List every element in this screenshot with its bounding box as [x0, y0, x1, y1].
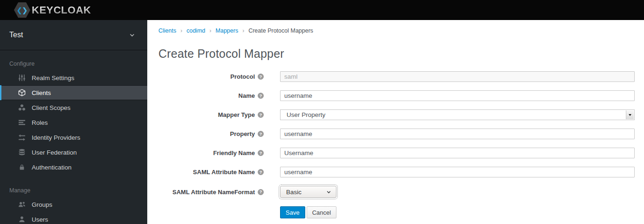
chevron-down-icon — [129, 32, 135, 38]
sliders-icon — [18, 74, 26, 81]
lock-icon — [18, 163, 26, 171]
help-icon[interactable]: ? — [258, 189, 264, 195]
sidebar-nav: ConfigureRealm SettingsClientsClient Sco… — [0, 60, 147, 224]
sidebar-item-label: Realm Settings — [32, 75, 75, 81]
mapper-type-label-text: Mapper Type — [218, 111, 255, 118]
field-row-mapper-type: Mapper Type?User Property — [158, 109, 635, 120]
saml-attribute-name-label: SAML Attribute Name? — [158, 169, 264, 176]
sidebar-item-label: User Federation — [32, 149, 77, 156]
protocol-label-text: Protocol — [230, 73, 255, 80]
sidebar-item-users[interactable]: Users — [0, 212, 147, 224]
help-icon[interactable]: ? — [258, 169, 264, 175]
user-icon — [18, 216, 26, 223]
breadcrumb-separator-icon: › — [180, 27, 182, 34]
realm-name: Test — [9, 31, 23, 39]
database-icon — [18, 149, 26, 156]
cube-icon — [18, 89, 26, 96]
protocol-label: Protocol? — [158, 73, 264, 80]
realm-selector[interactable]: Test — [0, 20, 147, 50]
app-window: ❮ ❯ KEYCLOAK Test ConfigureRealm Setting… — [0, 0, 644, 224]
help-icon[interactable]: ? — [258, 112, 264, 118]
chevron-down-icon — [326, 190, 331, 195]
sidebar-item-label: Users — [32, 216, 48, 223]
saml-attribute-nameformat-control: Basic — [280, 186, 635, 198]
field-row-name: Name? — [158, 90, 635, 101]
list-icon — [18, 119, 26, 126]
sidebar-item-groups[interactable]: Groups — [0, 197, 147, 212]
property-label: Property? — [158, 130, 264, 137]
sidebar-item-label: Groups — [32, 201, 52, 208]
cubes-icon — [18, 104, 26, 111]
friendly-name-control — [280, 148, 635, 158]
exchange-icon — [18, 134, 26, 141]
create-protocol-mapper-form: Protocol?Name?Mapper Type?User PropertyP… — [158, 71, 635, 198]
name-label-text: Name — [239, 92, 255, 99]
form-actions: Save Cancel — [280, 206, 635, 218]
friendly-name-input[interactable] — [280, 148, 635, 158]
name-input[interactable] — [280, 90, 635, 101]
help-icon[interactable]: ? — [258, 74, 264, 80]
mapper-type-selected-value: User Property — [287, 111, 325, 118]
help-icon[interactable]: ? — [258, 93, 264, 99]
sidebar: Test ConfigureRealm SettingsClientsClien… — [0, 20, 147, 224]
breadcrumb: Clients›codimd›Mappers›Create Protocol M… — [158, 27, 635, 34]
nav-section-label-configure: Configure — [0, 60, 147, 68]
breadcrumb-current-create-protocol-mappers: Create Protocol Mappers — [248, 27, 313, 34]
field-row-protocol: Protocol? — [158, 71, 635, 82]
protocol-input — [280, 71, 635, 82]
friendly-name-label: Friendly Name? — [158, 149, 264, 156]
breadcrumb-link-clients[interactable]: Clients — [158, 27, 176, 34]
help-icon[interactable]: ? — [258, 150, 264, 156]
mapper-type-control: User Property — [280, 109, 635, 120]
field-row-saml-attribute-nameformat: SAML Attribute NameFormat?Basic — [158, 186, 635, 198]
field-row-friendly-name: Friendly Name? — [158, 148, 635, 158]
friendly-name-label-text: Friendly Name — [213, 149, 255, 156]
sidebar-item-authentication[interactable]: Authentication — [0, 160, 147, 175]
page-title: Create Protocol Mapper — [158, 47, 635, 61]
field-row-property: Property? — [158, 129, 635, 139]
saml-attribute-nameformat-label-text: SAML Attribute NameFormat — [172, 189, 255, 196]
name-control — [280, 90, 635, 101]
property-control — [280, 129, 635, 139]
help-icon[interactable]: ? — [258, 131, 264, 137]
saml-attribute-nameformat-label: SAML Attribute NameFormat? — [158, 189, 264, 196]
saml-attribute-name-input[interactable] — [280, 167, 635, 177]
property-input[interactable] — [280, 129, 635, 139]
protocol-control — [280, 71, 635, 82]
breadcrumb-link-mappers[interactable]: Mappers — [216, 27, 239, 34]
mapper-type-label: Mapper Type? — [158, 111, 264, 118]
sidebar-item-label: Clients — [32, 89, 51, 96]
cancel-button[interactable]: Cancel — [307, 206, 336, 218]
keycloak-logo[interactable]: ❮ ❯ KEYCLOAK — [14, 2, 91, 18]
breadcrumb-link-codimd[interactable]: codimd — [186, 27, 205, 34]
sidebar-item-label: Identity Providers — [32, 134, 80, 141]
dropdown-arrow-icon — [626, 110, 634, 119]
saml-attribute-nameformat-select[interactable]: Basic — [280, 186, 336, 198]
saml-attribute-name-label-text: SAML Attribute Name — [193, 169, 255, 176]
sidebar-item-realm-settings[interactable]: Realm Settings — [0, 70, 147, 85]
sidebar-item-user-federation[interactable]: User Federation — [0, 145, 147, 160]
sidebar-item-clients[interactable]: Clients — [0, 85, 147, 100]
property-label-text: Property — [230, 130, 255, 137]
saml-attribute-nameformat-selected-value: Basic — [286, 189, 301, 196]
breadcrumb-separator-icon: › — [210, 27, 212, 34]
field-row-saml-attribute-name: SAML Attribute Name? — [158, 167, 635, 177]
saml-attribute-name-control — [280, 167, 635, 177]
sidebar-item-identity-providers[interactable]: Identity Providers — [0, 130, 147, 145]
sidebar-item-roles[interactable]: Roles — [0, 115, 147, 130]
save-button[interactable]: Save — [280, 206, 305, 218]
sidebar-item-label: Authentication — [32, 164, 72, 171]
sidebar-item-label: Client Scopes — [32, 104, 70, 111]
sidebar-item-client-scopes[interactable]: Client Scopes — [0, 100, 147, 115]
angle-right-icon: ❯ — [22, 7, 28, 14]
sidebar-item-label: Roles — [32, 119, 48, 126]
main-content: Clients›codimd›Mappers›Create Protocol M… — [147, 20, 644, 224]
breadcrumb-separator-icon: › — [242, 27, 244, 34]
nav-section-label-manage: Manage — [0, 187, 147, 194]
keycloak-hexagon-icon: ❮ ❯ — [14, 2, 30, 18]
brand-name: KEYCLOAK — [32, 4, 91, 16]
name-label: Name? — [158, 92, 264, 99]
users-icon — [18, 201, 26, 208]
top-header: ❮ ❯ KEYCLOAK — [0, 0, 644, 20]
mapper-type-select[interactable]: User Property — [280, 109, 635, 120]
